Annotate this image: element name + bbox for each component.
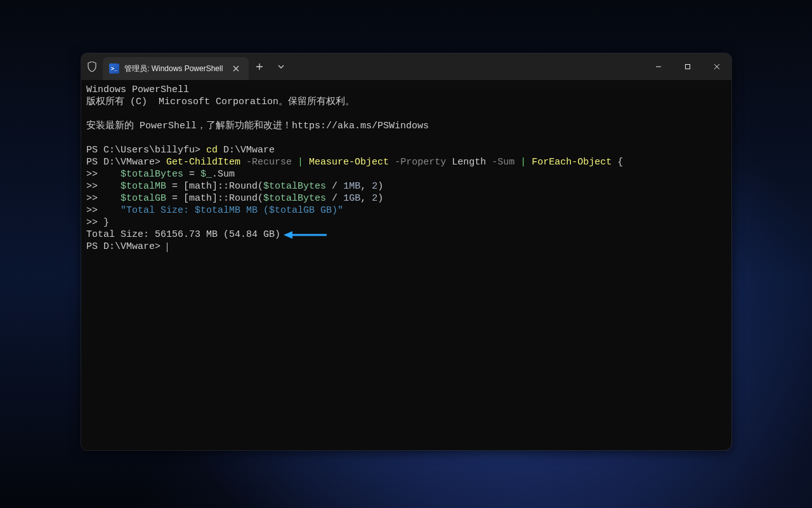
- terminal-window: >_ 管理员: Windows PowerShell: [81, 53, 731, 450]
- var-underscore: $_: [200, 169, 212, 180]
- string-literal: "Total Size: $totalMB MB ($totalGB GB)": [121, 205, 343, 216]
- param-sum: -Sum: [486, 157, 520, 168]
- param-recurse: -Recurse: [240, 157, 298, 168]
- prompt-1-prefix: PS C:\Users\billyfu>: [86, 145, 206, 156]
- var-totalmb: $totalMB: [121, 181, 166, 192]
- tab-close-button[interactable]: [230, 62, 242, 75]
- shield-icon: [81, 53, 103, 80]
- tab-title: 管理员: Windows PowerShell: [124, 64, 225, 74]
- minimize-button[interactable]: [644, 53, 673, 80]
- banner-line-2: 版权所有 (C) Microsoft Corporation。保留所有权利。: [86, 97, 355, 107]
- cmd-measure-object: Measure-Object: [303, 157, 389, 168]
- text-cursor: [167, 243, 167, 252]
- prompt-3-prefix: PS D:\VMware>: [86, 241, 166, 252]
- cont-4: >>: [86, 205, 98, 216]
- prompt-1-cmd: cd: [206, 145, 218, 156]
- powershell-icon: >_: [109, 64, 119, 74]
- banner-line-3: 安装最新的 PowerShell，了解新功能和改进！https://aka.ms…: [86, 121, 429, 131]
- titlebar[interactable]: >_ 管理员: Windows PowerShell: [81, 53, 731, 80]
- cont-2: >>: [86, 181, 98, 192]
- pipe-1: |: [298, 157, 303, 168]
- maximize-button[interactable]: [673, 53, 702, 80]
- tab-dropdown-button[interactable]: [270, 53, 292, 80]
- arg-length: Length: [452, 157, 486, 168]
- terminal-content[interactable]: Windows PowerShell 版权所有 (C) Microsoft Co…: [81, 80, 731, 450]
- prompt-1-arg: D:\VMware: [218, 145, 275, 156]
- cmd-get-childitem: Get-ChildItem: [166, 157, 240, 168]
- tabstrip-controls: [249, 53, 292, 80]
- output-total-size: Total Size: 56156.73 MB (54.84 GB): [86, 229, 280, 240]
- close-brace: }: [103, 217, 109, 228]
- new-tab-button[interactable]: [249, 53, 270, 80]
- var-totalgb: $totalGB: [121, 193, 166, 204]
- tab-powershell[interactable]: >_ 管理员: Windows PowerShell: [103, 57, 249, 80]
- open-brace: {: [612, 157, 623, 168]
- var-totalbytes: $totalBytes: [121, 169, 183, 180]
- close-button[interactable]: [702, 53, 731, 80]
- cont-1: >>: [86, 169, 98, 180]
- titlebar-drag-region[interactable]: [292, 53, 644, 80]
- svg-rect-0: [686, 65, 690, 69]
- banner-line-1: Windows PowerShell: [86, 84, 189, 95]
- pipe-2: |: [520, 157, 526, 168]
- window-control-buttons: [644, 53, 731, 80]
- cont-5: >>: [86, 217, 98, 228]
- prompt-2-prefix: PS D:\VMware>: [86, 157, 166, 168]
- cmd-foreach-object: ForEach-Object: [526, 157, 612, 168]
- cont-3: >>: [86, 193, 98, 204]
- param-property: -Property: [389, 157, 452, 168]
